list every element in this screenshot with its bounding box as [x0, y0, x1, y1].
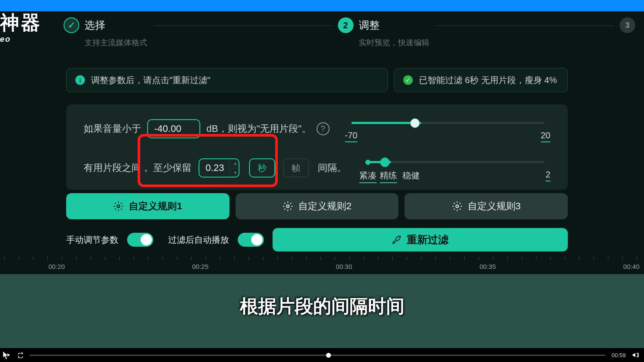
label: dB，则视为"无用片段"。 — [206, 122, 311, 135]
label: 有用片段之间， — [84, 161, 151, 174]
preset-refined[interactable]: 精练 — [380, 170, 397, 183]
preset-compact[interactable]: 紧凑 — [359, 170, 377, 183]
step-2[interactable]: 2 调整 实时预览，快速编辑 — [338, 17, 429, 48]
db-input[interactable] — [147, 119, 200, 138]
db-slider[interactable]: -70 20 — [345, 118, 550, 139]
info-icon: i — [75, 75, 85, 85]
gear-icon — [452, 201, 462, 211]
mouse-cursor-icon — [3, 351, 10, 360]
svg-point-1 — [287, 205, 289, 208]
volume-button[interactable] — [632, 352, 639, 359]
autoplay-toggle-label: 过滤后自动播放 — [168, 234, 229, 246]
refilter-button[interactable]: 重新过滤 — [273, 228, 568, 251]
gap-slider[interactable]: 紧凑 精练 稳健 2 — [362, 158, 550, 178]
step-1[interactable]: ✓ 选择 支持主流媒体格式 — [64, 17, 147, 48]
info-banner: i 调整参数后，请点击"重新过滤" — [66, 68, 388, 92]
video-subtitle: 根据片段的间隔时间 — [240, 294, 405, 318]
unit-seconds-button[interactable]: 秒 — [249, 158, 275, 178]
player-time: 00:59 — [611, 352, 626, 359]
step-2-title: 调整 — [359, 18, 380, 32]
step-connector — [153, 25, 332, 26]
unit-frames-button[interactable]: 帧 — [283, 158, 309, 178]
spin-down[interactable]: ▼ — [229, 168, 241, 178]
autoplay-toggle[interactable] — [238, 233, 264, 247]
rule-2-tab[interactable]: 自定义规则2 — [236, 193, 399, 219]
check-icon: ✓ — [64, 17, 79, 33]
slider-min: -70 — [345, 131, 357, 142]
label: 间隔。 — [318, 161, 347, 174]
settings-panel: 如果音量小于 dB，则视为"无用片段"。 ? -70 20 有用片段之间， 至少… — [66, 104, 568, 190]
gear-icon — [283, 201, 293, 211]
volume-threshold-row: 如果音量小于 dB，则视为"无用片段"。 ? -70 20 — [84, 118, 550, 139]
slider-max: 2 — [546, 170, 550, 181]
video-player-bar: 00:59 — [0, 348, 644, 362]
svg-point-2 — [456, 205, 459, 208]
svg-point-0 — [117, 205, 120, 208]
manual-toggle[interactable] — [127, 233, 153, 247]
gap-keep-row: 有用片段之间， 至少保留 ▲▼ 秒 帧 间隔。 紧凑 精练 稳健 2 — [84, 158, 550, 178]
preset-robust[interactable]: 稳健 — [402, 170, 420, 181]
success-banner: ✓ 已智能过滤 6秒 无用片段，瘦身 4% — [394, 68, 568, 92]
success-text: 已智能过滤 6秒 无用片段，瘦身 4% — [419, 74, 557, 86]
step-3[interactable]: 3 — [620, 17, 635, 33]
step-1-sub: 支持主流媒体格式 — [84, 37, 147, 48]
check-circle-icon: ✓ — [403, 75, 413, 85]
rule-1-tab[interactable]: 自定义规则1 — [66, 193, 229, 219]
step-2-num: 2 — [338, 17, 354, 33]
gear-icon — [113, 201, 124, 211]
manual-toggle-label: 手动调节参数 — [66, 234, 118, 246]
stepper: ✓ 选择 支持主流媒体格式 2 调整 实时预览，快速编辑 3 — [64, 17, 635, 48]
rocket-icon — [392, 235, 401, 245]
info-text: 调整参数后，请点击"重新过滤" — [91, 74, 210, 86]
rule-3-tab[interactable]: 自定义规则3 — [405, 193, 568, 219]
loop-button[interactable] — [17, 352, 24, 358]
spin-up[interactable]: ▲ — [229, 158, 241, 168]
timeline-ruler[interactable]: // ticks drawn after data load below 00:… — [0, 257, 644, 274]
slider-max: 20 — [541, 131, 550, 142]
label: 如果音量小于 — [84, 122, 141, 135]
label: 至少保留 — [153, 161, 192, 174]
step-2-sub: 实时预览，快速编辑 — [359, 37, 429, 48]
seek-bar[interactable] — [30, 355, 605, 356]
window-titlebar — [0, 0, 644, 11]
spinner[interactable]: ▲▼ — [229, 158, 241, 178]
step-connector — [435, 25, 614, 26]
app-logo: 神器 eo — [0, 13, 61, 44]
rule-tabs: 自定义规则1 自定义规则2 自定义规则3 — [66, 193, 568, 219]
help-icon[interactable]: ? — [317, 122, 330, 135]
step-1-title: 选择 — [84, 18, 105, 32]
